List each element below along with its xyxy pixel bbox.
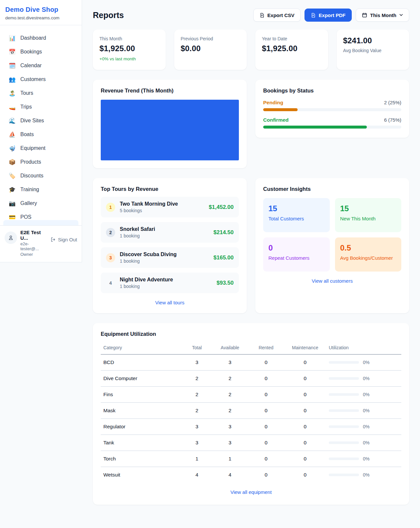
sidebar-item-discounts[interactable]: 🏷️ Discounts [0, 169, 82, 183]
table-row: Dive Computer 2 2 0 0 0% [101, 371, 401, 387]
chevron-down-icon [399, 14, 403, 16]
view-all-equipment-link[interactable]: View all equipment [101, 489, 401, 495]
sidebar-item-label: Bookings [20, 49, 42, 55]
sidebar-item-dive-sites[interactable]: 🌊 Dive Sites [0, 114, 82, 128]
stat-value: $0.00 [181, 44, 241, 53]
mid-row: Top Tours by Revenue 1 Two Tank Morning … [93, 178, 409, 313]
sign-out-label: Sign Out [58, 237, 77, 242]
utilization-bar [329, 425, 359, 428]
col-total: Total [182, 342, 212, 355]
tile-label: Repeat Customers [268, 255, 325, 261]
stat-card-this-month: This Month $1,925.00 +0% vs last month [93, 30, 166, 70]
cell-rented: 0 [248, 403, 284, 419]
person-icon [8, 235, 14, 241]
tile-value: 0.5 [340, 243, 396, 253]
sidebar-item-dashboard[interactable]: 📊 Dashboard [0, 31, 82, 45]
sidebar-item-pos[interactable]: 💳 POS [0, 210, 82, 220]
sidebar-item-calendar[interactable]: 🗓️ Calendar [0, 59, 82, 72]
equipment-icon: 🤿 [9, 145, 16, 152]
cell-available: 2 [212, 371, 248, 387]
status-fill [263, 108, 298, 111]
utilization-bar [329, 474, 359, 476]
cell-category: Tank [101, 435, 182, 451]
view-all-customers-link[interactable]: View all customers [263, 278, 401, 284]
tour-name: Discover Scuba Diving [120, 252, 209, 257]
table-row: Wetsuit 4 4 0 0 0% [101, 467, 401, 483]
cell-rented: 0 [248, 371, 284, 387]
sidebar-item-customers[interactable]: 👥 Customers [0, 72, 82, 86]
rank-badge: 2 [106, 228, 115, 237]
utilization-bar [329, 441, 359, 444]
cell-total: 3 [182, 419, 212, 435]
sidebar-item-gallery[interactable]: 📷 Gallery [0, 196, 82, 210]
tile-avg-bookings-customer: 0.5 Avg Bookings/Customer [335, 237, 402, 272]
export-csv-button[interactable]: Export CSV [253, 9, 301, 22]
cell-maintenance: 0 [284, 435, 326, 451]
cell-total: 4 [182, 467, 212, 483]
user-meta: E2E Test U... e2e-tester@... Owner [20, 230, 47, 257]
cell-rented: 0 [248, 467, 284, 483]
cell-total: 3 [182, 355, 212, 371]
cell-category: Torch [101, 451, 182, 467]
sidebar-item-equipment[interactable]: 🤿 Equipment [0, 141, 82, 155]
cell-category: BCD [101, 355, 182, 371]
cell-total: 1 [182, 451, 212, 467]
sidebar-item-products[interactable]: 📦 Products [0, 155, 82, 169]
top-tours-title: Top Tours by Revenue [101, 186, 239, 192]
cell-maintenance: 0 [284, 403, 326, 419]
customer-insights-title: Customer Insights [263, 186, 401, 192]
sidebar-item-training[interactable]: 🎓 Training [0, 183, 82, 196]
period-label: This Month [370, 12, 396, 18]
rank-badge: 3 [106, 253, 115, 262]
revenue-trend-bar [101, 100, 239, 160]
tile-label: Total Customers [268, 216, 325, 221]
tour-revenue: $165.00 [214, 254, 234, 261]
sidebar-item-bookings[interactable]: 📅 Bookings [0, 45, 82, 59]
stat-card-previous-period: Previous Period $0.00 [174, 30, 247, 70]
cell-maintenance: 0 [284, 467, 326, 483]
tour-revenue: $1,452.00 [209, 204, 234, 211]
insight-tiles: 15 Total Customers 15 New This Month 0 R… [263, 198, 401, 272]
table-row: Regulator 3 3 0 0 0% [101, 419, 401, 435]
cell-category: Mask [101, 403, 182, 419]
sidebar-item-tours[interactable]: 🏝️ Tours [0, 86, 82, 100]
equipment-utilization-title: Equipment Utilization [101, 331, 401, 337]
sign-out-button[interactable]: Sign Out [50, 237, 77, 242]
sidebar-item-label: Training [20, 187, 39, 193]
table-row: Torch 1 1 0 0 0% [101, 451, 401, 467]
tour-list-item: 4 Night Dive Adventure 1 booking $93.50 [101, 273, 239, 293]
table-row: BCD 3 3 0 0 0% [101, 355, 401, 371]
cell-maintenance: 0 [284, 355, 326, 371]
cell-utilization: 0% [326, 419, 401, 435]
sidebar-item-label: Dive Sites [20, 118, 44, 124]
tours-icon: 🏝️ [9, 90, 16, 97]
status-track [263, 126, 401, 129]
tour-list-item: 3 Discover Scuba Diving 1 booking $165.0… [101, 247, 239, 268]
cell-utilization: 0% [326, 467, 401, 483]
status-fill [263, 126, 367, 129]
stat-label: Avg Booking Value [343, 48, 403, 53]
tour-list-item: 2 Snorkel Safari 1 booking $214.50 [101, 222, 239, 243]
sidebar-nav: 📊 Dashboard 📅 Bookings 🗓️ Calendar 👥 Cus… [0, 25, 82, 220]
stat-label: Year to Date [262, 36, 322, 41]
cell-utilization: 0% [326, 451, 401, 467]
bookings-icon: 📅 [9, 49, 16, 55]
cell-maintenance: 0 [284, 371, 326, 387]
sidebar-item-reports-active-partial[interactable] [3, 220, 78, 225]
products-icon: 📦 [9, 159, 16, 166]
sidebar-item-boats[interactable]: ⛵ Boats [0, 128, 82, 141]
cell-utilization: 0% [326, 387, 401, 403]
sidebar-item-label: Boats [20, 132, 34, 137]
view-all-tours-link[interactable]: View all tours [101, 300, 239, 305]
tour-name: Two Tank Morning Dive [120, 201, 204, 207]
user-role: Owner [20, 252, 47, 257]
cell-total: 2 [182, 403, 212, 419]
tile-label: Avg Bookings/Customer [340, 255, 396, 261]
equipment-header-row: Category Total Available Rented Maintena… [101, 342, 401, 355]
sidebar-item-trips[interactable]: 🚤 Trips [0, 100, 82, 114]
export-pdf-button[interactable]: Export PDF [304, 9, 352, 22]
stat-card-avg-booking-value: $241.00 Avg Booking Value [337, 30, 410, 70]
sidebar-item-label: Tours [20, 90, 33, 96]
boats-icon: ⛵ [9, 131, 16, 138]
period-dropdown[interactable]: This Month [356, 9, 409, 22]
